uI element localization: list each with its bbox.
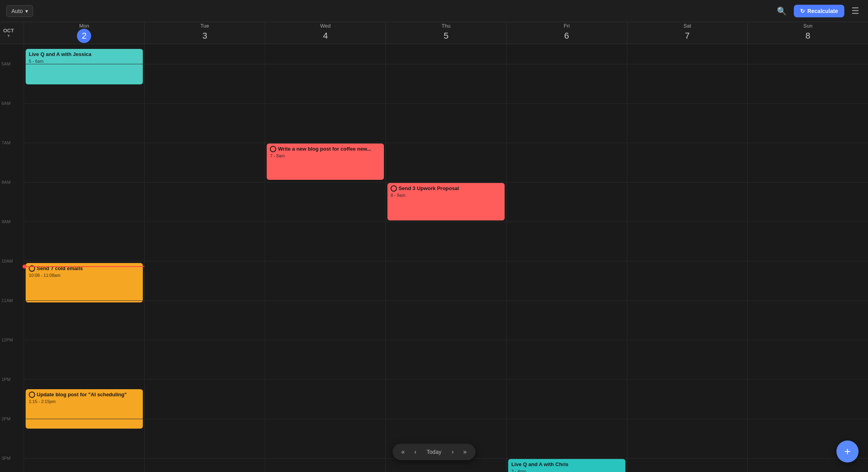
- day-number-thu: 5: [439, 29, 453, 43]
- time-9am: 9AM: [2, 219, 11, 224]
- time-5am: 5AM: [2, 62, 11, 66]
- refresh-icon: ↻: [800, 8, 805, 14]
- time-8am: 8AM: [2, 180, 11, 185]
- top-bar-right: 🔍 ↻ Recalculate ☰: [774, 4, 862, 18]
- day-header-tue[interactable]: Tue 3: [144, 22, 265, 44]
- day-header-fri[interactable]: Fri 6: [506, 22, 627, 44]
- add-event-button[interactable]: +: [836, 440, 859, 463]
- day-name-fri: Fri: [564, 23, 570, 29]
- day-column-wed: Write a new blog post for coffee new... …: [265, 44, 385, 472]
- day-name-mon: Mon: [79, 23, 89, 29]
- search-button[interactable]: 🔍: [774, 4, 789, 18]
- event-live-qa-chris[interactable]: Live Q and A with Chris 3 - 4pm: [508, 459, 625, 472]
- time-3pm: 3PM: [2, 456, 11, 461]
- search-icon: 🔍: [777, 7, 787, 15]
- recalculate-label: Recalculate: [807, 8, 838, 14]
- day-column-sat: [627, 44, 748, 472]
- day-name-tue: Tue: [200, 23, 209, 29]
- day-number-mon: 2: [77, 29, 91, 43]
- calendar-grid: 5AM 6AM 7AM 8AM 9AM 10AM 11AM 12PM 1PM 2…: [0, 44, 868, 472]
- first-page-button[interactable]: «: [397, 446, 409, 458]
- auto-select[interactable]: Auto ▾: [6, 5, 33, 17]
- month-label-container[interactable]: OCT ▾: [0, 28, 24, 38]
- day-column-mon: Live Q and A with Jessica 5 - 6am Send 7…: [24, 44, 144, 472]
- menu-button[interactable]: ☰: [849, 4, 862, 18]
- auto-label: Auto: [11, 8, 23, 14]
- event-time: 7 - 8am: [270, 153, 381, 158]
- navigation-bar: « ‹ Today › »: [393, 444, 475, 460]
- time-6am: 6AM: [2, 101, 11, 106]
- day-header-sun[interactable]: Sun 8: [747, 22, 868, 44]
- event-time: 3 - 4pm: [511, 469, 622, 472]
- last-page-button[interactable]: »: [459, 446, 471, 458]
- time-1pm: 1PM: [2, 377, 11, 382]
- day-column-thu: Send 3 Upwork Proposal 8 - 9am: [385, 44, 506, 472]
- day-number-tue: 3: [198, 29, 212, 43]
- day-name-sun: Sun: [803, 23, 812, 29]
- event-title: Live Q and A with Chris: [511, 461, 622, 468]
- event-title: Write a new blog post for coffee new...: [278, 146, 371, 153]
- month-label[interactable]: OCT ▾: [3, 28, 14, 38]
- event-time: 5 - 6am: [29, 59, 140, 63]
- top-bar-left: Auto ▾: [6, 5, 33, 17]
- event-update-blog-post[interactable]: Update blog post for "AI scheduling" 1:1…: [26, 389, 143, 429]
- event-title: Send 3 Upwork Proposal: [398, 185, 459, 192]
- event-circle-icon: [391, 185, 397, 192]
- day-column-tue: [144, 44, 265, 472]
- event-time: 1:15 - 2:15pm: [29, 399, 140, 404]
- current-time-indicator: [24, 266, 144, 267]
- time-gutter: 5AM 6AM 7AM 8AM 9AM 10AM 11AM 12PM 1PM 2…: [0, 44, 24, 472]
- day-header-sat[interactable]: Sat 7: [627, 22, 748, 44]
- month-text: OCT: [3, 28, 14, 33]
- time-7am: 7AM: [2, 140, 11, 145]
- event-send-cold-emails[interactable]: Send 7 cold emails 10:08 - 11:08am: [26, 263, 143, 302]
- day-column-sun: [747, 44, 868, 472]
- event-live-qa-jessica[interactable]: Live Q and A with Jessica 5 - 6am: [26, 49, 143, 84]
- day-name-wed: Wed: [320, 23, 331, 29]
- calendar-header: OCT ▾ Mon 2 Tue 3 Wed 4 Thu 5 Fri 6 Sat …: [0, 22, 868, 44]
- event-write-blog-post[interactable]: Write a new blog post for coffee new... …: [267, 144, 384, 180]
- event-upwork-proposal[interactable]: Send 3 Upwork Proposal 8 - 9am: [387, 183, 505, 220]
- time-10am: 10AM: [2, 259, 13, 263]
- time-12pm: 12PM: [2, 338, 13, 342]
- day-number-sat: 7: [680, 29, 694, 43]
- day-header-mon[interactable]: Mon 2: [24, 22, 144, 44]
- day-number-sun: 8: [801, 29, 815, 43]
- event-time: 8 - 9am: [391, 193, 501, 198]
- day-number-wed: 4: [318, 29, 333, 43]
- recalculate-button[interactable]: ↻ Recalculate: [794, 5, 844, 17]
- day-header-thu[interactable]: Thu 5: [385, 22, 506, 44]
- event-circle-icon: [270, 146, 276, 152]
- hamburger-icon: ☰: [851, 6, 859, 16]
- top-bar: Auto ▾ 🔍 ↻ Recalculate ☰: [0, 0, 868, 22]
- prev-button[interactable]: ‹: [410, 446, 420, 458]
- event-circle-icon: [29, 392, 35, 398]
- today-button[interactable]: Today: [422, 446, 446, 457]
- days-grid: Live Q and A with Jessica 5 - 6am Send 7…: [24, 44, 868, 472]
- day-number-fri: 6: [559, 29, 574, 43]
- event-title: Update blog post for "AI scheduling": [37, 392, 127, 398]
- event-time: 10:08 - 11:08am: [29, 273, 140, 278]
- day-name-thu: Thu: [441, 23, 450, 29]
- time-11am: 11AM: [2, 298, 13, 303]
- event-title: Live Q and A with Jessica: [29, 51, 140, 58]
- day-name-sat: Sat: [683, 23, 691, 29]
- day-column-fri: Live Q and A with Chris 3 - 4pm: [506, 44, 627, 472]
- next-button[interactable]: ›: [448, 446, 458, 458]
- chevron-down-icon: ▾: [25, 8, 28, 14]
- day-header-wed[interactable]: Wed 4: [265, 22, 385, 44]
- month-chevron-icon: ▾: [7, 34, 9, 38]
- fab-icon: +: [844, 445, 851, 458]
- time-2pm: 2PM: [2, 416, 11, 421]
